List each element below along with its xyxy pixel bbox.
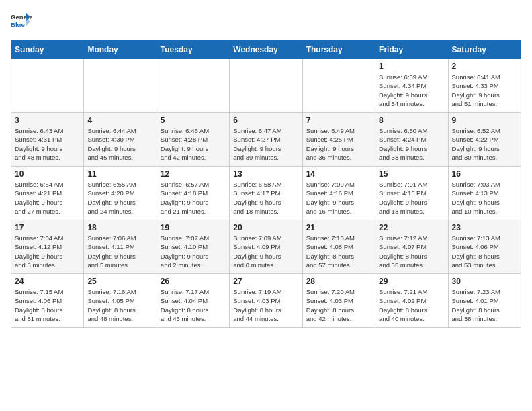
day-info: Sunrise: 7:10 AMSunset: 4:08 PMDaylight:… xyxy=(306,234,371,269)
calendar-cell: 2Sunrise: 6:41 AMSunset: 4:33 PMDaylight… xyxy=(448,59,521,113)
day-info: Sunrise: 7:12 AMSunset: 4:07 PMDaylight:… xyxy=(379,234,444,269)
day-number: 11 xyxy=(87,169,152,179)
day-info: Sunrise: 6:54 AMSunset: 4:21 PMDaylight:… xyxy=(15,180,80,216)
day-number: 13 xyxy=(233,169,298,179)
day-number: 26 xyxy=(161,277,226,286)
day-info: Sunrise: 7:03 AMSunset: 4:13 PMDaylight:… xyxy=(452,180,517,216)
day-number: 25 xyxy=(87,277,152,286)
calendar-header-row: SundayMondayTuesdayWednesdayThursdayFrid… xyxy=(11,41,521,59)
logo-icon: GeneralBlue xyxy=(11,11,32,32)
page-header: GeneralBlue xyxy=(11,11,521,32)
day-info: Sunrise: 7:20 AMSunset: 4:03 PMDaylight:… xyxy=(306,287,371,323)
weekday-header: Friday xyxy=(375,41,448,59)
calendar-cell: 19Sunrise: 7:07 AMSunset: 4:10 PMDayligh… xyxy=(157,220,229,274)
day-number: 15 xyxy=(379,169,444,179)
calendar-cell: 24Sunrise: 7:15 AMSunset: 4:06 PMDayligh… xyxy=(11,274,84,328)
calendar-cell: 14Sunrise: 7:00 AMSunset: 4:16 PMDayligh… xyxy=(302,167,375,220)
day-number: 22 xyxy=(379,223,444,232)
day-info: Sunrise: 6:50 AMSunset: 4:24 PMDaylight:… xyxy=(379,126,444,162)
day-info: Sunrise: 6:39 AMSunset: 4:34 PMDaylight:… xyxy=(379,73,444,108)
calendar-cell: 29Sunrise: 7:21 AMSunset: 4:02 PMDayligh… xyxy=(375,274,448,328)
day-info: Sunrise: 7:07 AMSunset: 4:10 PMDaylight:… xyxy=(161,234,226,269)
calendar-cell xyxy=(302,59,375,113)
day-info: Sunrise: 7:15 AMSunset: 4:06 PMDaylight:… xyxy=(15,287,80,323)
calendar-cell: 17Sunrise: 7:04 AMSunset: 4:12 PMDayligh… xyxy=(11,220,84,274)
calendar-cell xyxy=(157,59,229,113)
svg-text:Blue: Blue xyxy=(11,21,25,28)
day-info: Sunrise: 6:43 AMSunset: 4:31 PMDaylight:… xyxy=(15,126,80,162)
calendar-cell: 1Sunrise: 6:39 AMSunset: 4:34 PMDaylight… xyxy=(375,59,448,113)
day-info: Sunrise: 7:16 AMSunset: 4:05 PMDaylight:… xyxy=(87,287,152,323)
day-info: Sunrise: 7:04 AMSunset: 4:12 PMDaylight:… xyxy=(15,234,80,269)
calendar-week-row: 17Sunrise: 7:04 AMSunset: 4:12 PMDayligh… xyxy=(11,220,521,274)
day-info: Sunrise: 7:23 AMSunset: 4:01 PMDaylight:… xyxy=(452,287,517,323)
calendar-week-row: 1Sunrise: 6:39 AMSunset: 4:34 PMDaylight… xyxy=(11,59,521,113)
day-number: 21 xyxy=(306,223,371,232)
calendar-cell: 9Sunrise: 6:52 AMSunset: 4:22 PMDaylight… xyxy=(448,113,521,167)
calendar-cell: 6Sunrise: 6:47 AMSunset: 4:27 PMDaylight… xyxy=(230,113,302,167)
calendar-cell: 26Sunrise: 7:17 AMSunset: 4:04 PMDayligh… xyxy=(157,274,229,328)
day-info: Sunrise: 7:17 AMSunset: 4:04 PMDaylight:… xyxy=(161,287,226,323)
day-number: 5 xyxy=(161,116,226,125)
day-info: Sunrise: 7:09 AMSunset: 4:09 PMDaylight:… xyxy=(233,234,298,269)
day-number: 24 xyxy=(15,277,80,286)
day-info: Sunrise: 7:01 AMSunset: 4:15 PMDaylight:… xyxy=(379,180,444,216)
day-number: 6 xyxy=(233,116,298,125)
calendar-cell: 5Sunrise: 6:46 AMSunset: 4:28 PMDaylight… xyxy=(157,113,229,167)
weekday-header: Tuesday xyxy=(157,41,229,59)
day-number: 18 xyxy=(87,223,152,232)
calendar-cell: 4Sunrise: 6:44 AMSunset: 4:30 PMDaylight… xyxy=(84,113,157,167)
day-number: 23 xyxy=(452,223,517,232)
calendar-cell: 16Sunrise: 7:03 AMSunset: 4:13 PMDayligh… xyxy=(448,167,521,220)
weekday-header: Saturday xyxy=(448,41,521,59)
calendar-cell: 20Sunrise: 7:09 AMSunset: 4:09 PMDayligh… xyxy=(230,220,302,274)
day-number: 16 xyxy=(452,169,517,179)
calendar-cell: 18Sunrise: 7:06 AMSunset: 4:11 PMDayligh… xyxy=(84,220,157,274)
day-number: 7 xyxy=(306,116,371,125)
calendar-cell: 30Sunrise: 7:23 AMSunset: 4:01 PMDayligh… xyxy=(448,274,521,328)
weekday-header: Sunday xyxy=(11,41,84,59)
day-info: Sunrise: 7:06 AMSunset: 4:11 PMDaylight:… xyxy=(87,234,152,269)
day-info: Sunrise: 6:55 AMSunset: 4:20 PMDaylight:… xyxy=(87,180,152,216)
calendar-cell: 8Sunrise: 6:50 AMSunset: 4:24 PMDaylight… xyxy=(375,113,448,167)
calendar-cell: 7Sunrise: 6:49 AMSunset: 4:25 PMDaylight… xyxy=(302,113,375,167)
calendar-cell xyxy=(11,59,84,113)
day-number: 27 xyxy=(233,277,298,286)
day-number: 19 xyxy=(161,223,226,232)
calendar-cell: 23Sunrise: 7:13 AMSunset: 4:06 PMDayligh… xyxy=(448,220,521,274)
day-number: 2 xyxy=(452,62,517,71)
day-number: 20 xyxy=(233,223,298,232)
day-info: Sunrise: 6:44 AMSunset: 4:30 PMDaylight:… xyxy=(87,126,152,162)
day-number: 3 xyxy=(15,116,80,125)
day-info: Sunrise: 6:58 AMSunset: 4:17 PMDaylight:… xyxy=(233,180,298,216)
calendar-cell xyxy=(230,59,302,113)
day-number: 9 xyxy=(452,116,517,125)
calendar-cell: 28Sunrise: 7:20 AMSunset: 4:03 PMDayligh… xyxy=(302,274,375,328)
weekday-header: Thursday xyxy=(302,41,375,59)
day-number: 30 xyxy=(452,277,517,286)
day-info: Sunrise: 6:47 AMSunset: 4:27 PMDaylight:… xyxy=(233,126,298,162)
day-info: Sunrise: 6:52 AMSunset: 4:22 PMDaylight:… xyxy=(452,126,517,162)
calendar-cell: 12Sunrise: 6:57 AMSunset: 4:18 PMDayligh… xyxy=(157,167,229,220)
calendar-cell: 11Sunrise: 6:55 AMSunset: 4:20 PMDayligh… xyxy=(84,167,157,220)
day-number: 14 xyxy=(306,169,371,179)
day-info: Sunrise: 7:19 AMSunset: 4:03 PMDaylight:… xyxy=(233,287,298,323)
calendar-week-row: 10Sunrise: 6:54 AMSunset: 4:21 PMDayligh… xyxy=(11,167,521,220)
calendar-cell: 27Sunrise: 7:19 AMSunset: 4:03 PMDayligh… xyxy=(230,274,302,328)
calendar-cell: 15Sunrise: 7:01 AMSunset: 4:15 PMDayligh… xyxy=(375,167,448,220)
calendar-cell: 22Sunrise: 7:12 AMSunset: 4:07 PMDayligh… xyxy=(375,220,448,274)
calendar-cell: 25Sunrise: 7:16 AMSunset: 4:05 PMDayligh… xyxy=(84,274,157,328)
calendar-table: SundayMondayTuesdayWednesdayThursdayFrid… xyxy=(11,40,521,328)
day-info: Sunrise: 6:46 AMSunset: 4:28 PMDaylight:… xyxy=(161,126,226,162)
day-number: 4 xyxy=(87,116,152,125)
calendar-week-row: 3Sunrise: 6:43 AMSunset: 4:31 PMDaylight… xyxy=(11,113,521,167)
weekday-header: Wednesday xyxy=(230,41,302,59)
day-number: 8 xyxy=(379,116,444,125)
day-number: 10 xyxy=(15,169,80,179)
day-info: Sunrise: 6:57 AMSunset: 4:18 PMDaylight:… xyxy=(161,180,226,216)
day-info: Sunrise: 6:49 AMSunset: 4:25 PMDaylight:… xyxy=(306,126,371,162)
calendar-cell: 3Sunrise: 6:43 AMSunset: 4:31 PMDaylight… xyxy=(11,113,84,167)
calendar-week-row: 24Sunrise: 7:15 AMSunset: 4:06 PMDayligh… xyxy=(11,274,521,328)
day-number: 29 xyxy=(379,277,444,286)
day-info: Sunrise: 7:13 AMSunset: 4:06 PMDaylight:… xyxy=(452,234,517,269)
